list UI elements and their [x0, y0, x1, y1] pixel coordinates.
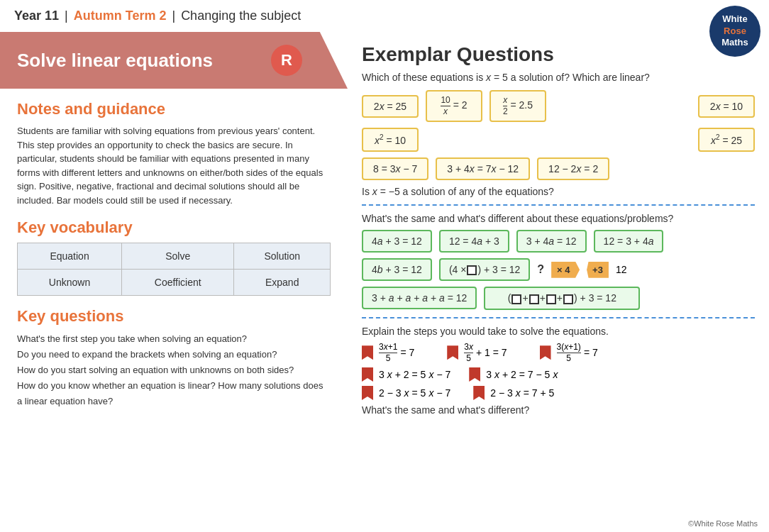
logo-white: White — [722, 13, 747, 26]
bookmark-1 — [362, 345, 373, 360]
explain-eq-1: 3x+15 = 7 — [362, 343, 414, 363]
divider-2 — [362, 317, 755, 318]
green-12-4a-3: 12 = 4a + 3 — [439, 230, 509, 253]
eq-x2-25: x2 = 25 — [698, 128, 755, 152]
question-4: How do you know whether an equation is l… — [17, 378, 331, 409]
question-mark: ? — [537, 263, 544, 276]
vocab-expand: Expand — [234, 270, 331, 296]
vocab-solve: Solve — [122, 243, 234, 270]
eq-row-1: 2x = 25 10x = 2 x2 = 2.5 2x = 10 — [362, 90, 755, 122]
main-content: Solve linear equations R Notes and guida… — [0, 32, 769, 527]
frac-3x1-5b: 3(x+1)5 — [557, 343, 581, 363]
frac-3x-5: 3x5 — [464, 343, 473, 363]
notes-text: Students are familiar with solving equat… — [17, 124, 331, 207]
question-2: Do you need to expand the brackets when … — [17, 347, 331, 362]
green-4-box-3-12: (4 ×) + 3 = 12 — [439, 258, 530, 281]
arrow-x4: × 4 — [551, 262, 580, 278]
eq-x2-10: x2 = 10 — [362, 128, 419, 152]
pipe1: | — [65, 9, 68, 23]
eq-2x-25: 2x = 25 — [362, 95, 419, 118]
vocab-table: Equation Solve Solution Unknown Coeffici… — [17, 243, 331, 296]
vocab-title: Key vocabulary — [17, 218, 331, 237]
questions-title: Key questions — [17, 307, 331, 326]
logo-rose: Rose — [724, 26, 746, 38]
explain-eq-4: 3x + 2 = 5x − 7 — [362, 367, 450, 382]
q4-question: Explain the steps you would take to solv… — [362, 326, 755, 337]
green-4a-3-12: 4a + 3 = 12 — [362, 230, 432, 253]
copyright: ©White Rose Maths — [688, 519, 758, 528]
divider-1 — [362, 204, 755, 206]
eq-10-x-2: 10x = 2 — [426, 90, 482, 122]
page-header: Year 11 | Autumn Term 2 | Changing the s… — [0, 0, 769, 32]
section-title: Solve linear equations — [17, 50, 213, 72]
q3-question: What's the same and what's different abo… — [362, 213, 755, 224]
eq-row-2: x2 = 10 x2 = 25 — [362, 128, 755, 152]
green-boxes-3-12: (+++) + 3 = 12 — [484, 287, 640, 309]
vocab-row-2: Unknown Coefficient Expand — [18, 270, 331, 296]
r-badge: R — [271, 45, 302, 76]
explain-row-1: 3x+15 = 7 3x5 + 1 = 7 3(x+1)5 = 7 — [362, 343, 755, 363]
bookmark-3 — [540, 345, 551, 360]
green-row-2: 4b + 3 = 12 (4 ×) + 3 = 12 ? × 4 +3 12 — [362, 258, 755, 281]
question-3: How do you start solving an equation wit… — [17, 362, 331, 378]
vocab-coefficient: Coefficient — [122, 270, 234, 296]
term-label: Autumn Term 2 — [74, 9, 167, 23]
eq-12-2x-2: 12 − 2x = 2 — [537, 157, 609, 180]
bookmark-4 — [362, 367, 373, 382]
frac-3x1-5: 3x+15 — [379, 343, 397, 363]
green-4b-3-12: 4b + 3 = 12 — [362, 258, 432, 281]
questions-text: What's the first step you take when solv… — [17, 331, 331, 409]
vocab-unknown: Unknown — [18, 270, 122, 296]
bookmark-6 — [362, 386, 373, 400]
eq-2x-10: 2x = 10 — [698, 95, 755, 118]
topic-label: Changing the subject — [181, 9, 301, 23]
green-3-a-a-a-a-12: 3 + a + a + a + a = 12 — [362, 287, 477, 309]
bookmark-2 — [447, 345, 458, 360]
explain-eq-7: 2 − 3x = 7 + 5 — [473, 386, 554, 400]
bookmark-5 — [469, 367, 480, 382]
explain-eq-6: 2 − 3x = 5x − 7 — [362, 386, 450, 400]
left-panel: Solve linear equations R Notes and guida… — [0, 32, 348, 527]
explain-row-2: 3x + 2 = 5x − 7 3x + 2 = 7 − 5x — [362, 367, 755, 382]
eq-3-4x-7x-12: 3 + 4x = 7x − 12 — [436, 157, 530, 180]
eq-8-3x-7: 8 = 3x − 7 — [362, 157, 428, 180]
eq-x-2-25: x2 = 2.5 — [489, 90, 546, 122]
green-12-3-4a: 12 = 3 + 4a — [594, 230, 664, 253]
right-panel: Exemplar Questions Which of these equati… — [348, 32, 769, 527]
vocab-solution: Solution — [234, 243, 331, 270]
left-content: Notes and guidance Students are familiar… — [0, 89, 348, 421]
q1-question: Which of these equations is x = 5 a solu… — [362, 72, 755, 83]
bookmark-7 — [473, 386, 485, 400]
notes-title: Notes and guidance — [17, 100, 331, 118]
vocab-row-1: Equation Solve Solution — [18, 243, 331, 270]
green-3-4a-12: 3 + 4a = 12 — [516, 230, 587, 253]
explain-row-3: 2 − 3x = 5x − 7 2 − 3x = 7 + 5 — [362, 386, 755, 400]
explain-eq-2: 3x5 + 1 = 7 — [447, 343, 507, 363]
exemplar-title: Exemplar Questions — [362, 43, 755, 66]
wrm-logo: White Rose Maths — [709, 6, 760, 57]
green-row-1: 4a + 3 = 12 12 = 4a + 3 3 + 4a = 12 12 =… — [362, 230, 755, 253]
eq-row-3: 8 = 3x − 7 3 + 4x = 7x − 12 12 − 2x = 2 — [362, 157, 755, 180]
year-label: Year 11 — [14, 9, 59, 23]
q5-question: What's the same and what's different? — [362, 404, 755, 416]
explain-eq-3: 3(x+1)5 = 7 — [540, 343, 598, 363]
question-1: What's the first step you take when solv… — [17, 331, 331, 347]
logo-maths: Maths — [721, 37, 748, 49]
green-row-3: 3 + a + a + a + a = 12 (+++) + 3 = 12 — [362, 287, 755, 309]
explain-eq-5: 3x + 2 = 7 − 5x — [469, 367, 558, 382]
section-header: Solve linear equations R — [0, 32, 348, 89]
vocab-equation: Equation — [18, 243, 122, 270]
q2-question: Is x = −5 a solution of any of the equat… — [362, 186, 755, 197]
arrow-result: 12 — [616, 264, 627, 275]
pipe2: | — [172, 9, 175, 23]
arrow-plus3: +3 — [587, 262, 609, 278]
